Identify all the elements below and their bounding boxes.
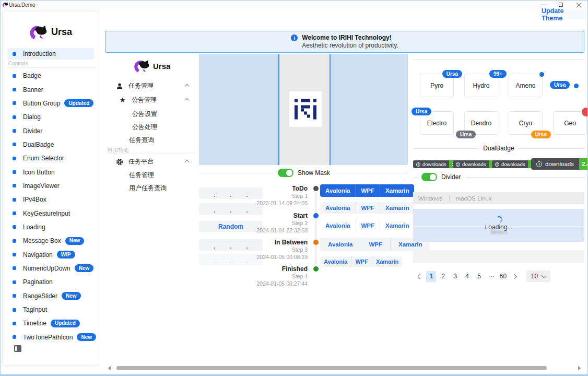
xamarin-button[interactable]: Xamarin xyxy=(372,256,402,267)
menu-item-task-management[interactable]: 任务管理 xyxy=(115,81,194,90)
minimize-icon xyxy=(541,5,546,5)
sidebar-item-label: Badge xyxy=(23,72,41,79)
page-button-60[interactable]: 60 xyxy=(498,271,508,282)
scroll-right-arrow[interactable] xyxy=(578,366,581,370)
page-size-select[interactable]: 10 xyxy=(526,271,550,282)
chevron-up-icon xyxy=(185,98,189,102)
menu-item-task-query[interactable]: 任务查询 xyxy=(129,136,154,145)
app-window: Ursa.Demo Ursa Introduction Controls Bad… xyxy=(0,0,588,376)
sidebar-item-button-group[interactable]: Button GroupUpdated xyxy=(7,97,97,110)
sidebar-item-dualbadge[interactable]: DualBadge xyxy=(7,138,97,151)
xamarin-button[interactable]: Xamarin xyxy=(380,184,414,197)
button-group-small: Avalonia WPF Xamarin xyxy=(320,256,402,267)
sidebar-item-rangeslider[interactable]: RangeSliderNew xyxy=(7,289,97,303)
dualbadge-divider: DualBadge xyxy=(413,145,584,152)
show-mask-divider: Show Mask xyxy=(199,169,408,177)
sidebar-item-ipv4box[interactable]: IPv4Box xyxy=(7,193,97,206)
status-badge: New xyxy=(77,333,96,341)
scroll-left-arrow[interactable] xyxy=(108,366,111,370)
sidebar-item-icon-button[interactable]: Icon Button xyxy=(7,165,97,179)
wpf-button[interactable]: WPF xyxy=(361,238,391,251)
irihi-logo xyxy=(289,91,322,127)
sidebar-item-twotonepathicon[interactable]: TwoTonePathIconNew xyxy=(7,331,97,344)
menu-item-user-task-query[interactable]: 用户任务查询 xyxy=(129,184,167,193)
sidebar-item-label: Pagination xyxy=(23,278,53,286)
crop-handle-left[interactable] xyxy=(278,54,279,165)
banner-title: Welcome to IRIHI Technology! xyxy=(302,34,398,42)
sidebar-item-enum-selector[interactable]: Enum Selector xyxy=(7,151,97,165)
status-badge: Updated xyxy=(51,320,80,327)
divider-line xyxy=(199,173,273,173)
bullet-icon xyxy=(13,74,16,78)
next-page-button[interactable] xyxy=(510,271,520,282)
sidebar-item-imageviewer[interactable]: ImageViewer xyxy=(7,179,97,193)
page-button-1[interactable]: 1 xyxy=(426,271,436,282)
update-theme-button[interactable]: Update Theme xyxy=(542,9,586,19)
sidebar-item-dialog[interactable]: Dialog xyxy=(7,110,97,124)
banner-subtitle: Aesthetic revolution of productivity. xyxy=(302,42,398,50)
avalonia-button[interactable]: Avalonia xyxy=(320,220,356,231)
menu-item-announcement-settings[interactable]: 公告设置 xyxy=(132,110,157,119)
page-button-5[interactable]: 5 xyxy=(474,271,484,282)
sidebar-item-loading[interactable]: Loading xyxy=(7,220,97,234)
sidebar-item-pagination[interactable]: Pagination xyxy=(7,275,97,289)
show-mask-toggle[interactable] xyxy=(278,169,293,177)
badge-card-geo: Geo xyxy=(553,111,587,135)
page-button-3[interactable]: 3 xyxy=(450,271,460,282)
xamarin-button[interactable]: Xamarin xyxy=(380,220,414,231)
menu-item-label: 用户任务查询 xyxy=(129,184,167,193)
sidebar-item-label: ImageViewer xyxy=(23,182,60,190)
collapse-sidebar-icon[interactable] xyxy=(14,345,21,352)
crop-handle-right[interactable] xyxy=(330,54,331,165)
avalonia-button[interactable]: Avalonia xyxy=(320,256,351,267)
info-icon: i xyxy=(495,162,499,167)
menu-item-announcement-processing[interactable]: 公告处理 xyxy=(132,123,157,132)
divider-toggle[interactable] xyxy=(421,173,437,181)
status-badge: New xyxy=(75,264,94,272)
avalonia-button[interactable]: Avalonia xyxy=(320,238,361,251)
dualbadge-label: downloads xyxy=(501,161,525,167)
bullet-icon xyxy=(13,239,16,243)
info-icon: i xyxy=(536,161,542,167)
sidebar-item-taginput[interactable]: TagInput xyxy=(7,303,97,316)
bullet-icon xyxy=(13,88,16,91)
wpf-button[interactable]: WPF xyxy=(356,184,380,197)
card-label: Ameno xyxy=(515,82,535,89)
divider-toggle-label: Divider xyxy=(441,173,461,181)
xamarin-button[interactable]: Xamarin xyxy=(380,202,414,214)
sidebar-item-timeline[interactable]: TimelineUpdated xyxy=(7,316,97,330)
ursa-badge-orange: Ursa xyxy=(531,131,551,138)
divider-line xyxy=(519,148,584,149)
menu-item-announcement-management[interactable]: ★ 公告管理 xyxy=(119,96,194,104)
avalonia-button[interactable]: Avalonia xyxy=(320,184,356,197)
dualbadge-label: downloads xyxy=(422,161,446,167)
avalonia-button[interactable]: Avalonia xyxy=(320,202,356,214)
badge-section-divider xyxy=(413,59,584,60)
sidebar-item-message-box[interactable]: Message BoxNew xyxy=(7,234,97,248)
horizontal-scrollbar-thumb[interactable] xyxy=(116,366,547,370)
badge-card-electro: Electro Ursa xyxy=(420,111,454,135)
menu-item-task-management-sub[interactable]: 任务管理 xyxy=(129,171,154,180)
bullet-icon xyxy=(13,52,16,56)
sidebar-item-label: TagInput xyxy=(23,306,47,313)
sidebar-item-navigation[interactable]: NavigationWIP xyxy=(7,248,97,261)
dualbadge-value: 2.4k xyxy=(579,158,588,170)
sidebar-item-introduction[interactable]: Introduction xyxy=(7,48,94,60)
timeline-title: Start xyxy=(250,212,308,219)
sidebar-item-divider[interactable]: Divider xyxy=(7,124,97,137)
menu-item-task-platform[interactable]: 任务平台 xyxy=(115,157,194,166)
timeline-title: In Between xyxy=(250,239,308,246)
wpf-button[interactable]: WPF xyxy=(356,220,380,231)
sidebar-item-numericupdown[interactable]: NumericUpDownNew xyxy=(7,262,97,275)
sidebar-item-banner[interactable]: Banner xyxy=(7,83,97,96)
sidebar-item-keygestureinput[interactable]: KeyGestureInput xyxy=(7,206,97,220)
prev-page-button[interactable] xyxy=(414,271,424,282)
wpf-button[interactable]: WPF xyxy=(351,256,371,267)
dualbadge-label: downloads xyxy=(545,161,574,167)
bullet-icon xyxy=(13,129,16,133)
wpf-button[interactable]: WPF xyxy=(356,202,380,214)
page-button-2[interactable]: 2 xyxy=(438,271,448,282)
sidebar-item-badge[interactable]: Badge xyxy=(7,69,97,83)
bullet-icon xyxy=(13,266,16,270)
page-button-4[interactable]: 4 xyxy=(462,271,472,282)
